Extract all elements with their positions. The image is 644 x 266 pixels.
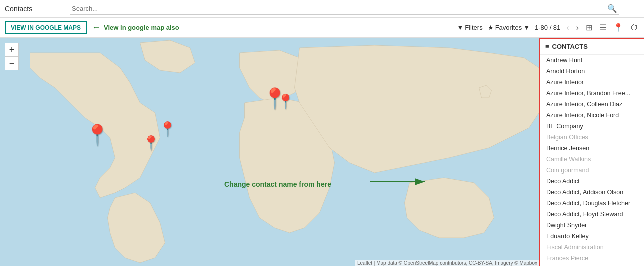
contact-item[interactable]: Gemini Furniture [540, 264, 644, 266]
view-google-maps-button[interactable]: VIEW IN GOOGLE MAPS [5, 21, 87, 34]
map-area[interactable]: + − 📍 📍 📍 📍 📍 [0, 38, 539, 266]
toolbar: VIEW IN GOOGLE MAPS ← View in google map… [0, 18, 644, 38]
grid-view-button[interactable]: ⊞ [585, 23, 593, 32]
filters-label: Filters [465, 24, 482, 31]
filters-button[interactable]: ▼ Filters [457, 24, 482, 31]
contact-item[interactable]: Azure Interior [540, 77, 644, 88]
contact-item[interactable]: Azure Interior, Brandon Free... [540, 88, 644, 99]
annotation-arrow-svg [370, 177, 429, 187]
contact-item[interactable]: Coin gourmand [540, 165, 644, 176]
contact-item[interactable]: Azure Interior, Colleen Diaz [540, 99, 644, 110]
contact-item[interactable]: Azure Interior, Nicole Ford [540, 110, 644, 121]
contact-item[interactable]: Belgian Offices [540, 132, 644, 143]
filter-icon: ▼ [457, 24, 463, 31]
contact-item[interactable]: Camille Watkins [540, 154, 644, 165]
zoom-controls: + − [5, 43, 19, 70]
search-icon[interactable]: 🔍 [607, 4, 617, 13]
zoom-in-button[interactable]: + [5, 43, 18, 56]
map-annotation-center: Change contact name from here [224, 180, 331, 188]
arrow-annotation: ← View in google map also [92, 22, 179, 33]
contact-item[interactable]: Deco Addict, Douglas Fletcher [540, 198, 644, 209]
annotation-text: View in google map also [104, 24, 179, 31]
contact-item[interactable]: Deco Addict, Floyd Steward [540, 209, 644, 220]
list-view-button[interactable]: ☰ [598, 23, 607, 32]
nav-next-button[interactable]: › [575, 23, 580, 32]
favorites-button[interactable]: ★ Favorites ▼ [488, 24, 530, 31]
star-icon: ★ [488, 24, 494, 31]
nav-prev-button[interactable]: ‹ [565, 23, 570, 32]
contact-item[interactable]: Deco Addict, Addison Olson [540, 187, 644, 198]
map-pin-5[interactable]: 📍 [277, 95, 294, 109]
map-pin-3[interactable]: 📍 [159, 122, 176, 136]
contacts-list[interactable]: Andrew HuntArnold HortonAzure InteriorAz… [540, 55, 644, 266]
contact-item[interactable]: Deco Addict [540, 176, 644, 187]
world-map-svg [0, 38, 539, 266]
arrow-left-icon: ← [92, 22, 101, 33]
contact-item[interactable]: Fiscal Administration [540, 242, 644, 253]
search-container: 🔍 [70, 3, 619, 15]
search-input[interactable] [72, 5, 607, 12]
contact-item[interactable]: BE Company [540, 121, 644, 132]
contacts-sidebar: ≡ CONTACTS Andrew HuntArnold HortonAzure… [539, 38, 644, 266]
zoom-out-button[interactable]: − [5, 57, 18, 70]
main-area: + − 📍 📍 📍 📍 📍 [0, 38, 644, 266]
map-pin-2[interactable]: 📍 [142, 136, 160, 150]
topbar: Contacts 🔍 [0, 0, 644, 18]
map-pin-1[interactable]: 📍 [85, 125, 110, 145]
favorites-label: Favorites [495, 24, 522, 31]
chevron-down-icon: ▼ [523, 24, 530, 31]
contacts-header: ≡ CONTACTS [540, 39, 644, 55]
contact-item[interactable]: Frances Pierce [540, 253, 644, 264]
clock-view-button[interactable]: ⏱ [629, 23, 639, 32]
contact-item[interactable]: Arnold Horton [540, 66, 644, 77]
contacts-list-icon: ≡ [545, 43, 549, 50]
contact-item[interactable]: Dwight Snyder [540, 220, 644, 231]
map-view-button[interactable]: 📍 [612, 23, 624, 32]
page-title: Contacts [5, 5, 45, 13]
contact-item[interactable]: Andrew Hunt [540, 55, 644, 66]
contact-item[interactable]: Eduardo Kelley [540, 231, 644, 242]
pagination-info: 1-80 / 81 [535, 24, 560, 31]
contacts-header-label: CONTACTS [552, 43, 588, 50]
contact-item[interactable]: Bernice Jensen [540, 143, 644, 154]
map-attribution: Leaflet | Map data © OpenStreetMap contr… [355, 260, 539, 266]
